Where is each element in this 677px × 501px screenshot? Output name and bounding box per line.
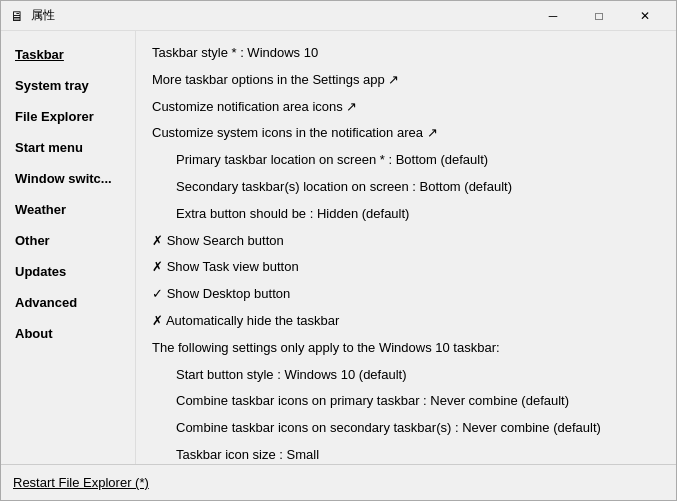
setting-start-button-style: Start button style : Windows 10 (default…: [152, 365, 660, 386]
setting-text: Show Task view button: [167, 259, 299, 274]
check-icon: ✓: [152, 286, 167, 301]
restart-file-explorer-link[interactable]: Restart File Explorer (*): [13, 475, 149, 490]
setting-following-note: The following settings only apply to the…: [152, 338, 660, 359]
setting-combine-primary: Combine taskbar icons on primary taskbar…: [152, 391, 660, 412]
setting-primary-location: Primary taskbar location on screen * : B…: [152, 150, 660, 171]
content-area: TaskbarSystem trayFile ExplorerStart men…: [1, 31, 676, 464]
main-window: 🖥 属性 ─ □ ✕ TaskbarSystem trayFile Explor…: [0, 0, 677, 501]
setting-show-search: ✗ Show Search button: [152, 231, 660, 252]
setting-customize-notification: Customize notification area icons ↗: [152, 97, 660, 118]
close-button[interactable]: ✕: [622, 1, 668, 31]
setting-auto-hide: ✗ Automatically hide the taskbar: [152, 311, 660, 332]
cross-icon: ✗: [152, 259, 167, 274]
setting-show-desktop: ✓ Show Desktop button: [152, 284, 660, 305]
maximize-button[interactable]: □: [576, 1, 622, 31]
setting-show-task-view: ✗ Show Task view button: [152, 257, 660, 278]
cross-icon: ✗: [152, 233, 167, 248]
sidebar-item-window-switcher[interactable]: Window switc...: [1, 163, 135, 194]
sidebar-item-about[interactable]: About: [1, 318, 135, 349]
cross-icon: ✗: [152, 313, 166, 328]
setting-extra-button: Extra button should be : Hidden (default…: [152, 204, 660, 225]
setting-icon-size: Taskbar icon size : Small: [152, 445, 660, 464]
setting-text: Show Search button: [167, 233, 284, 248]
footer: Restart File Explorer (*): [1, 464, 676, 500]
setting-text: Show Desktop button: [167, 286, 291, 301]
sidebar-item-file-explorer[interactable]: File Explorer: [1, 101, 135, 132]
main-panel: Taskbar style * : Windows 10More taskbar…: [136, 31, 676, 464]
sidebar-item-updates[interactable]: Updates: [1, 256, 135, 287]
sidebar-item-other[interactable]: Other: [1, 225, 135, 256]
sidebar: TaskbarSystem trayFile ExplorerStart men…: [1, 31, 136, 464]
setting-more-taskbar-options: More taskbar options in the Settings app…: [152, 70, 660, 91]
sidebar-item-start-menu[interactable]: Start menu: [1, 132, 135, 163]
sidebar-item-taskbar[interactable]: Taskbar: [1, 39, 135, 70]
sidebar-item-system-tray[interactable]: System tray: [1, 70, 135, 101]
setting-combine-secondary: Combine taskbar icons on secondary taskb…: [152, 418, 660, 439]
setting-customize-system-icons: Customize system icons in the notificati…: [152, 123, 660, 144]
title-bar-title: 属性: [31, 7, 530, 24]
app-icon: 🖥: [9, 8, 25, 24]
title-bar: 🖥 属性 ─ □ ✕: [1, 1, 676, 31]
setting-secondary-location: Secondary taskbar(s) location on screen …: [152, 177, 660, 198]
sidebar-item-weather[interactable]: Weather: [1, 194, 135, 225]
title-bar-controls: ─ □ ✕: [530, 1, 668, 31]
setting-text: Automatically hide the taskbar: [166, 313, 339, 328]
minimize-button[interactable]: ─: [530, 1, 576, 31]
sidebar-item-advanced[interactable]: Advanced: [1, 287, 135, 318]
setting-taskbar-style: Taskbar style * : Windows 10: [152, 43, 660, 64]
